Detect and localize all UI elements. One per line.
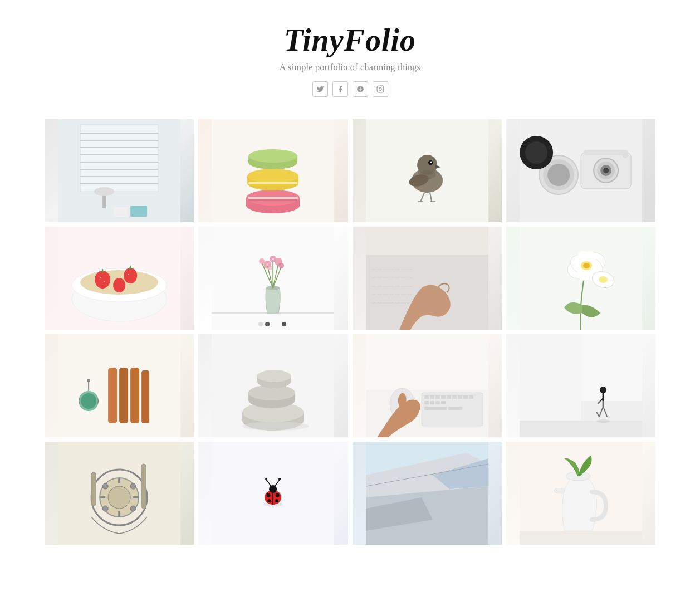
svg-rect-184 xyxy=(520,531,642,545)
gallery-item[interactable] xyxy=(506,334,655,437)
gallery-item[interactable] xyxy=(45,442,194,545)
svg-rect-129 xyxy=(469,395,473,399)
svg-rect-161 xyxy=(141,464,146,509)
svg-point-174 xyxy=(265,478,267,480)
site-subtitle: A simple portfolio of charming things xyxy=(0,62,700,72)
svg-point-23 xyxy=(247,169,298,183)
svg-point-75 xyxy=(278,263,284,268)
svg-text:~~ ~~ ~~ ~~ ~~ ~~ ~~: ~~ ~~ ~~ ~~ ~~ ~~ ~~ xyxy=(371,292,412,297)
svg-rect-124 xyxy=(441,395,446,399)
svg-point-78 xyxy=(272,258,274,260)
svg-point-80 xyxy=(265,322,270,326)
svg-point-157 xyxy=(102,483,108,489)
svg-rect-126 xyxy=(452,395,457,399)
svg-point-117 xyxy=(242,422,309,431)
svg-point-159 xyxy=(102,506,108,511)
svg-text:~~ ~~ ~~ ~~ ~~ ~~ ~~: ~~ ~~ ~~ ~~ ~~ ~~ ~~ xyxy=(371,301,412,306)
svg-rect-125 xyxy=(447,395,451,399)
svg-rect-27 xyxy=(248,197,298,199)
svg-rect-0 xyxy=(377,86,384,92)
svg-rect-121 xyxy=(424,395,429,399)
gallery-item[interactable] xyxy=(45,227,194,330)
svg-text:~~ ~~ ~~ ~~ ~~ ~~ ~~: ~~ ~~ ~~ ~~ ~~ ~~ ~~ xyxy=(371,284,412,289)
googleplus-icon[interactable] xyxy=(353,81,368,97)
svg-point-169 xyxy=(276,493,280,497)
svg-point-52 xyxy=(623,153,628,158)
gallery-item[interactable] xyxy=(45,119,194,222)
svg-point-50 xyxy=(525,141,547,164)
instagram-icon[interactable] xyxy=(373,81,388,97)
svg-rect-162 xyxy=(91,472,96,506)
gallery-item[interactable] xyxy=(198,334,347,437)
svg-point-76 xyxy=(268,266,272,270)
svg-rect-139 xyxy=(520,421,642,437)
gallery-item[interactable] xyxy=(198,227,347,330)
svg-point-104 xyxy=(81,393,96,409)
gallery-item[interactable] xyxy=(45,334,194,437)
svg-rect-130 xyxy=(424,401,429,404)
gallery-item[interactable] xyxy=(198,119,347,222)
social-icons-bar xyxy=(0,81,700,97)
svg-point-95 xyxy=(583,263,590,268)
svg-point-45 xyxy=(603,168,609,173)
svg-rect-15 xyxy=(114,207,128,217)
svg-point-152 xyxy=(108,486,130,509)
svg-point-158 xyxy=(130,483,136,489)
svg-point-74 xyxy=(259,258,265,264)
gallery-item[interactable] xyxy=(353,334,502,437)
svg-point-39 xyxy=(419,170,435,179)
svg-point-77 xyxy=(266,263,268,266)
svg-point-160 xyxy=(130,506,136,511)
svg-point-57 xyxy=(95,271,110,289)
svg-rect-131 xyxy=(430,401,434,404)
svg-rect-127 xyxy=(458,395,462,399)
gallery-item[interactable] xyxy=(506,119,655,222)
svg-point-170 xyxy=(267,499,271,502)
svg-point-48 xyxy=(547,164,570,186)
svg-point-61 xyxy=(104,281,105,282)
gallery-item[interactable] xyxy=(506,227,655,330)
gallery-item[interactable] xyxy=(198,442,347,545)
svg-point-140 xyxy=(600,387,606,393)
gallery-item[interactable] xyxy=(353,119,502,222)
svg-point-62 xyxy=(128,274,129,275)
svg-point-26 xyxy=(248,149,297,163)
gallery-item[interactable] xyxy=(353,442,502,545)
svg-rect-135 xyxy=(448,407,462,410)
svg-point-58 xyxy=(124,268,137,283)
twitter-icon[interactable] xyxy=(312,81,328,97)
page-wrapper: TinyFolio A simple portfolio of charming… xyxy=(0,0,700,556)
svg-rect-102 xyxy=(141,370,149,423)
site-header: TinyFolio A simple portfolio of charming… xyxy=(0,0,700,108)
svg-point-171 xyxy=(275,499,278,502)
svg-point-175 xyxy=(278,478,281,480)
svg-rect-28 xyxy=(248,182,297,184)
facebook-icon[interactable] xyxy=(332,81,348,97)
svg-rect-3 xyxy=(80,125,158,192)
svg-text:~~ ~~ ~~ ~~ ~~ ~~ ~~: ~~ ~~ ~~ ~~ ~~ ~~ ~~ xyxy=(371,276,412,281)
svg-point-13 xyxy=(94,187,114,196)
svg-text:~~ ~~ ~~ ~~ ~~ ~~ ~~: ~~ ~~ ~~ ~~ ~~ ~~ ~~ xyxy=(371,267,412,272)
svg-rect-122 xyxy=(430,395,434,399)
svg-point-33 xyxy=(430,162,432,163)
svg-rect-14 xyxy=(130,206,147,217)
svg-point-60 xyxy=(100,277,101,278)
svg-rect-101 xyxy=(130,368,139,423)
svg-rect-123 xyxy=(435,395,440,399)
gallery-item[interactable]: ~~ ~~ ~~ ~~ ~~ ~~ ~~ ~~ ~~ ~~ ~~ ~~ ~~ ~… xyxy=(353,227,502,330)
svg-rect-147 xyxy=(520,334,581,421)
gallery-item[interactable] xyxy=(506,442,655,545)
svg-rect-148 xyxy=(581,401,642,421)
svg-rect-100 xyxy=(119,368,128,423)
gallery-grid: ~~ ~~ ~~ ~~ ~~ ~~ ~~ ~~ ~~ ~~ ~~ ~~ ~~ ~… xyxy=(0,108,700,556)
svg-rect-132 xyxy=(435,401,440,404)
svg-point-116 xyxy=(257,370,291,382)
svg-point-59 xyxy=(113,278,125,292)
svg-point-81 xyxy=(282,322,286,326)
svg-point-168 xyxy=(267,493,271,497)
svg-rect-134 xyxy=(424,407,447,410)
svg-rect-133 xyxy=(441,401,446,404)
svg-rect-51 xyxy=(584,150,628,155)
svg-point-106 xyxy=(87,379,90,382)
svg-point-97 xyxy=(599,276,608,283)
